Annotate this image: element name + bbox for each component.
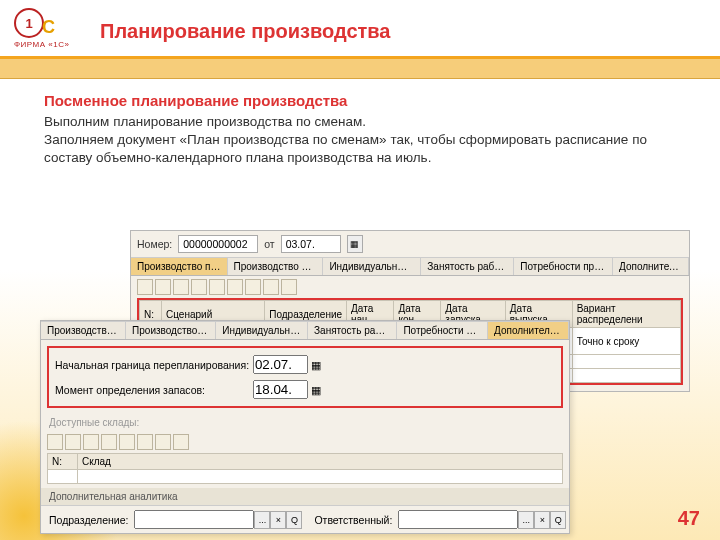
- toolbar-button[interactable]: [101, 434, 117, 450]
- col-variant[interactable]: Вариант распределени: [572, 301, 680, 328]
- main-tabs: Производство по п... Производство по з..…: [131, 257, 689, 276]
- date-input[interactable]: [281, 235, 341, 253]
- subdiv-label: Подразделение:: [49, 514, 128, 526]
- resp-input[interactable]: [398, 510, 518, 529]
- logo: 1 С ФИРМА «1С»: [14, 8, 78, 52]
- toolbar-button[interactable]: [137, 434, 153, 450]
- col-warehouse[interactable]: Склад: [78, 454, 563, 470]
- col-n[interactable]: N:: [48, 454, 78, 470]
- overlay-form: Производство ... Производство п... Индив…: [40, 320, 570, 534]
- toolbar-button[interactable]: [227, 279, 243, 295]
- page-title: Планирование производства: [100, 20, 390, 43]
- table-row[interactable]: [48, 470, 563, 484]
- stock-moment-label: Момент определения запасов:: [55, 384, 250, 396]
- tab-additional[interactable]: Дополнительно: [488, 322, 569, 339]
- main-toolbar: [131, 276, 689, 298]
- section-warehouses: Доступные склады:: [41, 414, 569, 431]
- search-button[interactable]: Q: [550, 511, 566, 529]
- tab-individual[interactable]: Индивидуальны...: [216, 322, 308, 339]
- tab-needs[interactable]: Потребности пр...: [397, 322, 488, 339]
- toolbar-button[interactable]: [191, 279, 207, 295]
- toolbar-button[interactable]: [83, 434, 99, 450]
- calendar-icon[interactable]: ▦: [311, 384, 321, 396]
- section-analytics: Дополнительная аналитика: [41, 488, 569, 505]
- tab-prod-z[interactable]: Производство по з...: [228, 258, 324, 275]
- tab-individual[interactable]: Индивидуальные в...: [323, 258, 421, 275]
- toolbar-button[interactable]: [173, 279, 189, 295]
- toolbar-button[interactable]: [155, 279, 171, 295]
- tab-occupancy[interactable]: Занятость рабочи...: [421, 258, 514, 275]
- toolbar-button[interactable]: [137, 279, 153, 295]
- replan-label: Начальная граница перепланирования:: [55, 359, 250, 371]
- replan-date-input[interactable]: [253, 355, 308, 374]
- section-subtitle: Посменное планирование производства: [44, 92, 690, 109]
- toolbar-button[interactable]: [47, 434, 63, 450]
- toolbar-button[interactable]: [209, 279, 225, 295]
- paragraph: Заполняем документ «План производства по…: [44, 131, 664, 167]
- calendar-icon[interactable]: ▦: [311, 359, 321, 371]
- paragraph: Выполним планирование производства по см…: [44, 113, 664, 131]
- toolbar-button[interactable]: [119, 434, 135, 450]
- page-number: 47: [678, 507, 700, 530]
- toolbar-button[interactable]: [65, 434, 81, 450]
- calendar-icon[interactable]: ▦: [347, 235, 363, 253]
- tab-additional[interactable]: Дополнительно: [613, 258, 689, 275]
- tab-occupancy[interactable]: Занятость рабо...: [308, 322, 397, 339]
- overlay-toolbar: [41, 431, 569, 453]
- toolbar-button[interactable]: [155, 434, 171, 450]
- clear-button[interactable]: ×: [270, 511, 286, 529]
- tab-prod-p[interactable]: Производство п...: [126, 322, 216, 339]
- search-button[interactable]: Q: [286, 511, 302, 529]
- toolbar-button[interactable]: [281, 279, 297, 295]
- stock-date-input[interactable]: [253, 380, 308, 399]
- subdiv-input[interactable]: [134, 510, 254, 529]
- ellipsis-button[interactable]: ...: [518, 511, 534, 529]
- ellipsis-button[interactable]: ...: [254, 511, 270, 529]
- toolbar-button[interactable]: [245, 279, 261, 295]
- from-label: от: [264, 238, 274, 250]
- number-input[interactable]: [178, 235, 258, 253]
- tab-prod[interactable]: Производство ...: [41, 322, 126, 339]
- toolbar-button[interactable]: [263, 279, 279, 295]
- overlay-tabs: Производство ... Производство п... Индив…: [41, 321, 569, 340]
- resp-label: Ответственный:: [314, 514, 392, 526]
- warehouse-grid[interactable]: N: Склад: [47, 453, 563, 484]
- toolbar-button[interactable]: [173, 434, 189, 450]
- clear-button[interactable]: ×: [534, 511, 550, 529]
- tab-prod-plan[interactable]: Производство по п...: [131, 258, 228, 275]
- tab-needs[interactable]: Потребности произ...: [514, 258, 613, 275]
- number-label: Номер:: [137, 238, 172, 250]
